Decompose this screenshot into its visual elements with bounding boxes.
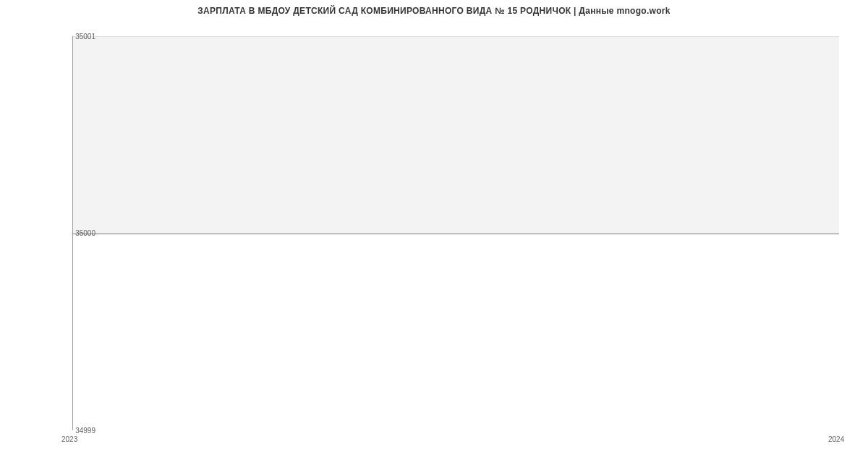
y-tick-mid: 35000 (75, 229, 95, 237)
x-tick-right: 2024 (828, 435, 844, 443)
plot-area (72, 36, 839, 430)
y-axis-line (72, 36, 73, 430)
area-fill (72, 36, 839, 234)
y-tick-top: 35001 (75, 33, 95, 40)
x-tick-left: 2023 (61, 435, 77, 443)
y-tick-bottom: 34999 (75, 427, 95, 435)
chart-title: ЗАРПЛАТА В МБДОУ ДЕТСКИЙ САД КОМБИНИРОВА… (0, 0, 868, 16)
chart-plot-area (72, 36, 839, 430)
data-line (72, 234, 839, 234)
